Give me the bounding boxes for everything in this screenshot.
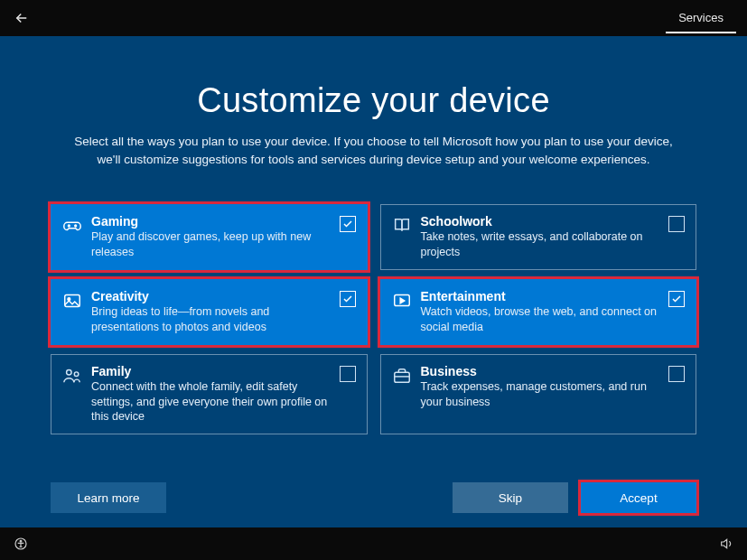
accessibility-icon[interactable] — [13, 536, 29, 552]
svg-point-5 — [67, 369, 72, 375]
checkbox[interactable] — [340, 366, 356, 382]
card-desc: Bring ideas to life—from novels and pres… — [91, 304, 331, 335]
card-business[interactable]: Business Track expenses, manage customer… — [380, 354, 697, 435]
card-text: Schoolwork Take notes, write essays, and… — [421, 214, 660, 260]
top-bar: Services — [0, 0, 747, 36]
checkbox[interactable] — [340, 291, 356, 307]
footer-right: Skip Accept — [453, 482, 696, 513]
card-desc: Play and discover games, keep up with ne… — [91, 229, 331, 260]
creativity-icon — [62, 291, 82, 311]
bottom-bar — [0, 527, 747, 560]
card-text: Entertainment Watch videos, browse the w… — [421, 289, 660, 335]
learn-more-button[interactable]: Learn more — [51, 482, 166, 513]
schoolwork-icon — [392, 216, 412, 236]
page-title: Customize your device — [51, 81, 696, 120]
checkbox[interactable] — [668, 216, 685, 232]
checkbox[interactable] — [668, 366, 685, 382]
svg-point-6 — [74, 372, 79, 377]
family-icon — [62, 366, 82, 386]
checkbox[interactable] — [340, 216, 356, 232]
svg-point-0 — [68, 225, 70, 227]
main-content: Customize your device Select all the way… — [0, 36, 747, 527]
check-icon — [342, 294, 353, 304]
card-text: Gaming Play and discover games, keep up … — [91, 214, 331, 260]
svg-point-9 — [20, 540, 22, 542]
tab-services[interactable]: Services — [666, 4, 736, 33]
card-family[interactable]: Family Connect with the whole family, ed… — [51, 354, 368, 435]
card-gaming[interactable]: Gaming Play and discover games, keep up … — [51, 204, 368, 270]
svg-rect-7 — [394, 372, 409, 382]
card-creativity[interactable]: Creativity Bring ideas to life—from nove… — [51, 279, 368, 345]
card-desc: Watch videos, browse the web, and connec… — [421, 304, 660, 335]
card-text: Family Connect with the whole family, ed… — [91, 364, 331, 425]
business-icon — [392, 366, 412, 386]
card-title: Creativity — [91, 289, 331, 303]
entertainment-icon — [392, 291, 412, 311]
card-text: Business Track expenses, manage customer… — [421, 364, 660, 410]
page-subtitle: Select all the ways you plan to use your… — [67, 133, 681, 168]
accept-button[interactable]: Accept — [581, 482, 696, 513]
arrow-left-icon — [14, 10, 30, 26]
card-desc: Connect with the whole family, edit safe… — [91, 379, 331, 425]
volume-icon[interactable] — [718, 536, 734, 552]
card-title: Business — [421, 364, 660, 378]
card-title: Entertainment — [421, 289, 660, 303]
card-text: Creativity Bring ideas to life—from nove… — [91, 289, 331, 335]
check-icon — [671, 294, 682, 304]
card-title: Schoolwork — [421, 214, 660, 229]
card-schoolwork[interactable]: Schoolwork Take notes, write essays, and… — [380, 204, 697, 270]
check-icon — [342, 219, 353, 229]
back-button[interactable] — [11, 7, 33, 29]
card-desc: Take notes, write essays, and collaborat… — [421, 229, 660, 260]
gaming-icon — [62, 216, 82, 236]
card-desc: Track expenses, manage customers, and ru… — [421, 379, 660, 410]
card-entertainment[interactable]: Entertainment Watch videos, browse the w… — [380, 279, 697, 345]
card-title: Gaming — [91, 214, 331, 229]
card-title: Family — [91, 364, 331, 378]
skip-button[interactable]: Skip — [453, 482, 568, 513]
svg-point-1 — [75, 225, 77, 227]
options-grid: Gaming Play and discover games, keep up … — [51, 204, 696, 434]
footer: Learn more Skip Accept — [51, 464, 696, 513]
checkbox[interactable] — [668, 291, 685, 307]
